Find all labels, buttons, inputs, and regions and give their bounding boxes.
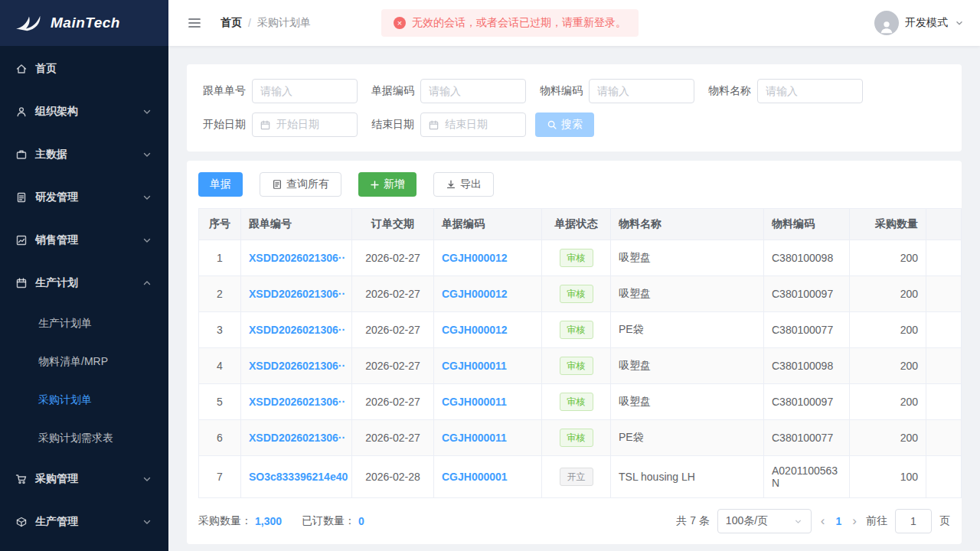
doc-no-link[interactable]: CGJH000001 [434,456,542,498]
order-no-link[interactable]: XSDD2026021306·· [241,420,352,456]
sidebar-item-rd-management[interactable]: 研发管理 [0,176,168,219]
sidebar-item-label: 销售管理 [35,233,133,247]
cell-seq: 6 [199,420,241,456]
doc-button[interactable]: 单据 [198,172,243,197]
filter-input-material-code[interactable] [589,79,694,103]
cell-delivery-date: 2026-02-27 [352,348,434,384]
sidebar-subitem-production-plan-order[interactable]: 生产计划单 [0,305,168,343]
chevron-down-icon [141,516,153,528]
data-table: 序号跟单编号订单交期单据编码单据状态物料名称物料编码采购数量 1XSDD2026… [198,208,962,498]
order-no-link[interactable]: XSDD2026021306·· [241,348,352,384]
prev-page-button[interactable]: ‹ [819,514,827,529]
user-icon [15,106,28,118]
table-row: 3XSDD2026021306··2026-02-27CGJH000012审核P… [199,312,962,348]
status-badge: 审核 [560,321,593,339]
next-page-button[interactable]: › [851,514,858,529]
export-button[interactable]: 导出 [433,172,494,197]
purchase-qty-value: 1,300 [255,515,282,527]
doc-no-link[interactable]: CGJH000011 [434,384,542,420]
cell-delivery-date: 2026-02-28 [352,456,434,498]
sidebar-subitem-bom-mrp[interactable]: 物料清单/MRP [0,343,168,381]
breadcrumb-home[interactable]: 首页 [220,16,242,30]
sidebar-subitem-purchase-plan-order[interactable]: 采购计划单 [0,381,168,419]
cell-material-name: 吸塑盘 [611,384,764,420]
briefcase-icon [15,148,28,161]
order-no-link[interactable]: XSDD2026021306·· [241,240,352,276]
status-badge: 审核 [560,393,593,411]
cell-status: 审核 [542,384,611,420]
cell-delivery-date: 2026-02-27 [352,240,434,276]
sidebar-item-production-management[interactable]: 生产管理 [0,500,168,543]
page-size-select[interactable]: 100条/页 [717,509,812,533]
cell-qty: 200 [850,240,926,276]
cell-status: 审核 [542,276,611,312]
sidebar-subitem-purchase-plan-demand[interactable]: 采购计划需求表 [0,419,168,458]
current-page[interactable]: 1 [835,515,844,527]
cell-material-name: TSL housing LH [611,456,764,498]
cell-status: 审核 [542,348,611,384]
cell-seq: 7 [199,456,241,498]
order-no-link[interactable]: XSDD2026021306·· [241,276,352,312]
sidebar-item-master-data[interactable]: 主数据 [0,133,168,176]
column-header: 单据编码 [434,209,542,240]
filter-input-order-no[interactable] [252,79,358,103]
filter-input-material-name[interactable] [757,79,863,103]
start-date-picker[interactable]: 开始日期 [252,112,358,137]
chevron-down-icon [793,517,803,527]
end-date-picker[interactable]: 结束日期 [420,112,526,137]
calendar-icon [15,277,28,289]
filter-label-doc-code: 单据编码 [367,84,414,98]
order-no-link[interactable]: SO3c833396214e40 [241,456,352,498]
cell-status: 开立 [542,456,611,498]
filter-input-doc-code[interactable] [420,79,526,103]
user-mode-label: 开发模式 [905,16,948,30]
chevron-down-icon [141,191,153,204]
cell-delivery-date: 2026-02-27 [352,276,434,312]
filter-label-start-date: 开始日期 [198,118,246,132]
filter-label-material-code: 物料编码 [535,84,583,98]
cell-seq: 4 [199,348,241,384]
search-button[interactable]: 搜索 [535,112,594,137]
avatar [874,11,899,35]
doc-no-link[interactable]: CGJH000012 [434,312,542,348]
status-badge: 开立 [560,468,593,486]
sidebar-item-purchase-management[interactable]: 采购管理 [0,458,168,500]
query-all-button[interactable]: 查询所有 [260,172,341,197]
cell-status: 审核 [542,420,611,456]
sidebar-item-production-plan[interactable]: 生产计划 [0,262,168,305]
goto-page-input[interactable] [895,509,932,533]
cell-status: 审核 [542,240,611,276]
doc-no-link[interactable]: CGJH000012 [434,240,542,276]
doc-no-link[interactable]: CGJH000011 [434,348,542,384]
order-no-link[interactable]: XSDD2026021306·· [241,384,352,420]
doc-no-link[interactable]: CGJH000011 [434,420,542,456]
chevron-up-icon [141,277,153,289]
cell-material-code: C380100098 [764,348,850,384]
calendar-icon [428,119,439,131]
calendar-icon [260,119,271,131]
table-row: 1XSDD2026021306··2026-02-27CGJH000012审核吸… [199,240,962,276]
order-no-link[interactable]: XSDD2026021306·· [241,312,352,348]
sidebar-item-sales-management[interactable]: 销售管理 [0,219,168,262]
column-header: 物料名称 [611,209,764,240]
sidebar-item-organization[interactable]: 组织架构 [0,90,168,133]
filter-group-material-code: 物料编码 [535,79,694,103]
table-panel: 单据 查询所有 新增 [187,161,962,544]
cell-material-name: PE袋 [611,312,764,348]
user-menu[interactable]: 开发模式 [874,11,965,35]
column-header: 序号 [199,209,241,240]
cell-material-code: C380100098 [764,240,850,276]
cell-material-code: C380100077 [764,420,850,456]
sidebar-nav: 首页组织架构主数据研发管理销售管理生产计划生产计划单物料清单/MRP采购计划单采… [0,46,168,551]
filter-group-end-date: 结束日期结束日期 [367,112,526,137]
sidebar-item-label: 研发管理 [35,191,133,204]
menu-toggle-icon[interactable] [187,15,202,31]
cell-material-name: 吸塑盘 [611,240,764,276]
cell-delivery-date: 2026-02-27 [352,312,434,348]
chevron-down-icon [141,148,153,161]
doc-no-link[interactable]: CGJH000012 [434,276,542,312]
cell-delivery-date: 2026-02-27 [352,420,434,456]
sidebar-item-home[interactable]: 首页 [0,47,168,90]
add-button[interactable]: 新增 [358,172,416,197]
main-area: 首页 / 采购计划单 × 无效的会话，或者会话已过期，请重新登录。 开发模式 跟 [168,0,980,551]
